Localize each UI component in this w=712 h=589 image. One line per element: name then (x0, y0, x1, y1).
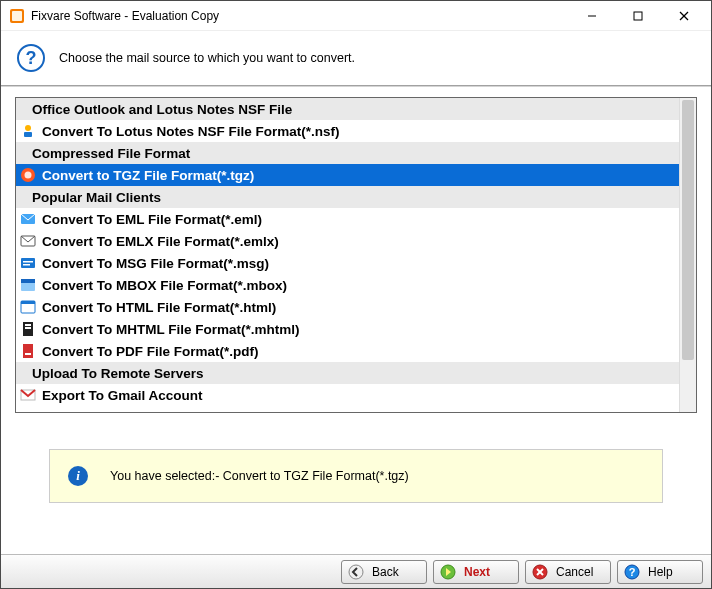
eml-icon (20, 211, 36, 227)
list-group-header: Office Outlook and Lotus Notes NSF File (16, 98, 679, 120)
format-option[interactable]: Convert To HTML File Format(*.html) (16, 296, 679, 318)
svg-rect-18 (21, 301, 35, 304)
selection-info-box: i You have selected:- Convert to TGZ Fil… (49, 449, 663, 503)
next-button[interactable]: Next (433, 560, 519, 584)
back-label: Back (372, 565, 399, 579)
close-button[interactable] (661, 2, 707, 30)
svg-rect-20 (25, 324, 31, 326)
header-text: Choose the mail source to which you want… (59, 51, 355, 65)
format-option-label: Convert To PDF File Format(*.pdf) (42, 344, 259, 359)
format-option-label: Convert to TGZ File Format(*.tgz) (42, 168, 254, 183)
svg-rect-21 (25, 327, 31, 329)
cancel-label: Cancel (556, 565, 593, 579)
maximize-button[interactable] (615, 2, 661, 30)
nsf-icon (20, 123, 36, 139)
format-option-label: Convert To MBOX File Format(*.mbox) (42, 278, 287, 293)
msg-icon (20, 255, 36, 271)
format-option-label: Convert To HTML File Format(*.html) (42, 300, 276, 315)
gmail-icon (20, 387, 36, 403)
group-label: Compressed File Format (32, 146, 190, 161)
svg-rect-13 (23, 261, 33, 263)
group-label: Popular Mail Clients (32, 190, 161, 205)
format-option[interactable]: Export To Gmail Account (16, 384, 679, 406)
cancel-button[interactable]: Cancel (525, 560, 611, 584)
svg-rect-23 (25, 353, 31, 355)
question-icon: ? (17, 44, 45, 72)
svg-rect-22 (23, 344, 33, 358)
svg-point-6 (25, 125, 31, 131)
wizard-header: ? Choose the mail source to which you wa… (1, 31, 711, 85)
group-label: Upload To Remote Servers (32, 366, 204, 381)
pdf-icon (20, 343, 36, 359)
html-icon (20, 299, 36, 315)
format-option[interactable]: Convert To EMLX File Format(*.emlx) (16, 230, 679, 252)
format-option[interactable]: Convert To MSG File Format(*.msg) (16, 252, 679, 274)
titlebar: Fixvare Software - Evaluation Copy (1, 1, 711, 31)
back-icon (348, 564, 364, 580)
format-option[interactable]: Convert To MBOX File Format(*.mbox) (16, 274, 679, 296)
format-option-label: Convert To Lotus Notes NSF File Format(*… (42, 124, 340, 139)
footer: Back Next Cancel ? Help (1, 554, 711, 588)
format-option[interactable]: Convert To EML File Format(*.eml) (16, 208, 679, 230)
format-option-label: Convert To EML File Format(*.eml) (42, 212, 262, 227)
format-option[interactable]: Convert To PDF File Format(*.pdf) (16, 340, 679, 362)
list-group-header: Popular Mail Clients (16, 186, 679, 208)
format-option-label: Export To Gmail Account (42, 388, 203, 403)
info-icon: i (68, 466, 88, 486)
next-icon (440, 564, 456, 580)
minimize-button[interactable] (569, 2, 615, 30)
help-icon: ? (624, 564, 640, 580)
scrollbar-thumb[interactable] (682, 100, 694, 360)
format-option[interactable]: Convert To Lotus Notes NSF File Format(*… (16, 120, 679, 142)
svg-rect-1 (12, 11, 22, 21)
svg-rect-14 (23, 264, 30, 266)
header-separator (1, 85, 711, 87)
list-group-header: Upload To Remote Servers (16, 362, 679, 384)
list-group-header: Compressed File Format (16, 142, 679, 164)
format-list-panel: Office Outlook and Lotus Notes NSF FileC… (15, 97, 697, 413)
group-label: Office Outlook and Lotus Notes NSF File (32, 102, 292, 117)
emlx-icon (20, 233, 36, 249)
format-option[interactable]: Convert To MHTML File Format(*.mhtml) (16, 318, 679, 340)
svg-rect-16 (21, 279, 35, 283)
help-label: Help (648, 565, 673, 579)
vertical-scrollbar[interactable] (679, 98, 696, 412)
format-option[interactable]: Convert to TGZ File Format(*.tgz) (16, 164, 679, 186)
next-label: Next (464, 565, 490, 579)
help-button[interactable]: ? Help (617, 560, 703, 584)
format-list: Office Outlook and Lotus Notes NSF FileC… (16, 98, 679, 412)
format-option-label: Convert To MSG File Format(*.msg) (42, 256, 269, 271)
mbox-icon (20, 277, 36, 293)
app-icon (9, 8, 25, 24)
svg-point-25 (349, 565, 363, 579)
back-button[interactable]: Back (341, 560, 427, 584)
svg-point-9 (25, 172, 32, 179)
svg-rect-7 (24, 132, 32, 137)
window-title: Fixvare Software - Evaluation Copy (31, 9, 219, 23)
format-option-label: Convert To MHTML File Format(*.mhtml) (42, 322, 300, 337)
main-window: Fixvare Software - Evaluation Copy ? Cho… (0, 0, 712, 589)
cancel-icon (532, 564, 548, 580)
svg-text:?: ? (629, 566, 636, 578)
selection-info-text: You have selected:- Convert to TGZ File … (110, 469, 409, 483)
format-option-label: Convert To EMLX File Format(*.emlx) (42, 234, 279, 249)
mhtml-icon (20, 321, 36, 337)
svg-rect-3 (634, 12, 642, 20)
tgz-icon (20, 167, 36, 183)
svg-rect-12 (21, 258, 35, 268)
